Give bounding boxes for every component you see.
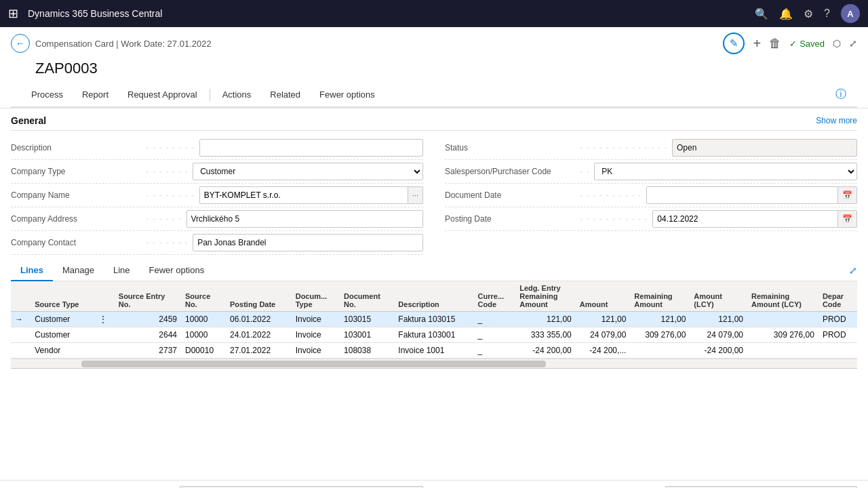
tab-request-approval[interactable]: Request Approval (118, 83, 207, 108)
status-label: Status (445, 143, 580, 152)
col-doc-no: DocumentNo. (340, 281, 394, 312)
company-type-select[interactable]: Customer Vendor (193, 163, 423, 180)
lines-tab-fewer-options[interactable]: Fewer options (140, 260, 214, 281)
company-name-input[interactable] (199, 186, 408, 204)
row-menu-cell (95, 343, 115, 359)
description-label: Description (11, 143, 146, 152)
posting-date-calendar-button[interactable]: 📅 (838, 210, 857, 228)
col-menu (95, 281, 115, 312)
company-contact-input[interactable] (193, 234, 423, 251)
row-remaining-lcy: 309 276,00 (747, 327, 818, 343)
company-type-label: Company Type (11, 167, 146, 176)
edit-button[interactable]: ✎ (723, 33, 745, 54)
document-date-calendar-button[interactable]: 📅 (838, 186, 857, 204)
row-menu-cell[interactable]: ⋮ (95, 312, 115, 327)
help-icon[interactable]: ? (824, 7, 830, 20)
col-amount: Amount (576, 281, 631, 312)
top-icons: 🔍 🔔 ⚙ ? A (755, 4, 860, 23)
posting-date-label: Posting Date (445, 214, 580, 224)
row-source-type: Vendor (31, 343, 94, 359)
row-amount-lcy: -24 200,00 (690, 343, 747, 359)
row-remaining-lcy (747, 343, 818, 359)
tab-fewer-options[interactable]: Fewer options (310, 83, 384, 108)
row-amount: 24 079,00 (576, 327, 631, 343)
salesperson-select[interactable]: PK (594, 163, 857, 180)
delete-button[interactable]: 🗑 (769, 37, 781, 51)
lines-tab-line[interactable]: Line (104, 260, 140, 281)
lines-tab-lines[interactable]: Lines (11, 260, 53, 281)
lines-expand-icon[interactable]: ⤢ (849, 265, 857, 276)
tab-related[interactable]: Related (260, 83, 310, 108)
row-remaining-lcy (747, 312, 818, 327)
row-menu-cell (95, 327, 115, 343)
show-more-button[interactable]: Show more (816, 116, 857, 125)
row-arrow-cell (11, 343, 31, 359)
salesperson-select-container: PK (594, 163, 857, 180)
row-ledg-remaining: 121,00 (515, 312, 576, 327)
open-new-window-icon[interactable]: ⬡ (833, 38, 841, 49)
company-type-row: Company Type · · · · · · · Customer Vend… (11, 160, 423, 184)
settings-icon[interactable]: ⚙ (804, 7, 813, 20)
status-input (672, 139, 857, 157)
expand-icon[interactable]: ⤢ (849, 38, 857, 49)
row-source-no: D00010 (181, 343, 226, 359)
company-name-lookup-button[interactable]: ··· (408, 186, 423, 204)
company-name-row: Company Name · · · · · · · · ··· (11, 184, 423, 207)
tab-actions[interactable]: Actions (213, 83, 261, 108)
company-contact-label: Company Contact (11, 238, 146, 247)
document-date-input[interactable] (646, 186, 838, 204)
tab-process[interactable]: Process (22, 83, 73, 108)
saved-status: ✓ Saved (789, 39, 825, 49)
posting-date-field: 📅 (652, 210, 857, 228)
row-description: Invoice 1001 (394, 343, 473, 359)
company-address-input[interactable] (186, 210, 423, 228)
row-dep-code: PROD (818, 312, 857, 327)
col-dep-code: DeparCode (818, 281, 857, 312)
row-curr-code: _ (474, 312, 516, 327)
row-curr-code: _ (474, 327, 516, 343)
description-row: Description · · · · · · · · (11, 136, 423, 160)
horizontal-scrollbar[interactable] (11, 359, 857, 369)
table-row[interactable]: → Customer ⋮ 2459 10000 06.01.2022 Invoi… (11, 312, 857, 327)
col-amount-lcy: Amount(LCY) (690, 281, 747, 312)
app-logo: ⊞ (8, 6, 18, 21)
lines-tab-manage[interactable]: Manage (53, 260, 104, 281)
scrollbar-thumb[interactable] (81, 361, 546, 367)
row-doc-type: Invoice (292, 327, 340, 343)
row-source-type: Customer (31, 327, 94, 343)
col-doc-type: Docum...Type (292, 281, 340, 312)
row-source-entry-no: 2644 (115, 327, 181, 343)
footer-right: Balance (LCY) · · · · · · · · · · · · · … (445, 485, 857, 488)
status-row: Status · · · · · · · · · · · · · · (445, 136, 857, 160)
table-row[interactable]: Vendor 2737 D00010 27.01.2022 Invoice 10… (11, 343, 857, 359)
col-posting-date: Posting Date (226, 281, 292, 312)
row-source-no: 10000 (181, 327, 226, 343)
content-area: General Show more Description · · · · · … (0, 108, 868, 480)
add-button[interactable]: + (753, 36, 761, 52)
row-doc-no: 103015 (340, 312, 394, 327)
notification-icon[interactable]: 🔔 (779, 7, 793, 20)
breadcrumb: Compensation Card | Work Date: 27.01.202… (35, 39, 212, 49)
info-icon[interactable]: ⓘ (835, 87, 846, 102)
posting-date-row: Posting Date · · · · · · · · · · · 📅 (445, 207, 857, 231)
avatar[interactable]: A (841, 4, 860, 23)
breadcrumb-row: ← Compensation Card | Work Date: 27.01.2… (11, 33, 857, 54)
salesperson-row: Salesperson/Purchaser Code · · PK (445, 160, 857, 184)
col-remaining: RemainingAmount (630, 281, 690, 312)
lines-table-container: Source Type Source EntryNo. SourceNo. Po… (11, 281, 857, 359)
tab-report[interactable]: Report (73, 83, 118, 108)
col-description: Description (394, 281, 473, 312)
row-curr-code: _ (474, 343, 516, 359)
row-description: Faktura 103001 (394, 327, 473, 343)
table-row[interactable]: Customer 2644 10000 24.01.2022 Invoice 1… (11, 327, 857, 343)
row-amount-lcy: 121,00 (690, 312, 747, 327)
row-amount: -24 200,... (576, 343, 631, 359)
posting-date-input[interactable] (652, 210, 838, 228)
row-remaining: 121,00 (630, 312, 690, 327)
general-section-header: General Show more (11, 108, 857, 131)
row-amount-lcy: 24 079,00 (690, 327, 747, 343)
general-left-col: Description · · · · · · · · Company Type… (11, 136, 423, 255)
description-input[interactable] (199, 139, 423, 157)
search-icon[interactable]: 🔍 (755, 7, 768, 20)
back-button[interactable]: ← (11, 34, 30, 53)
